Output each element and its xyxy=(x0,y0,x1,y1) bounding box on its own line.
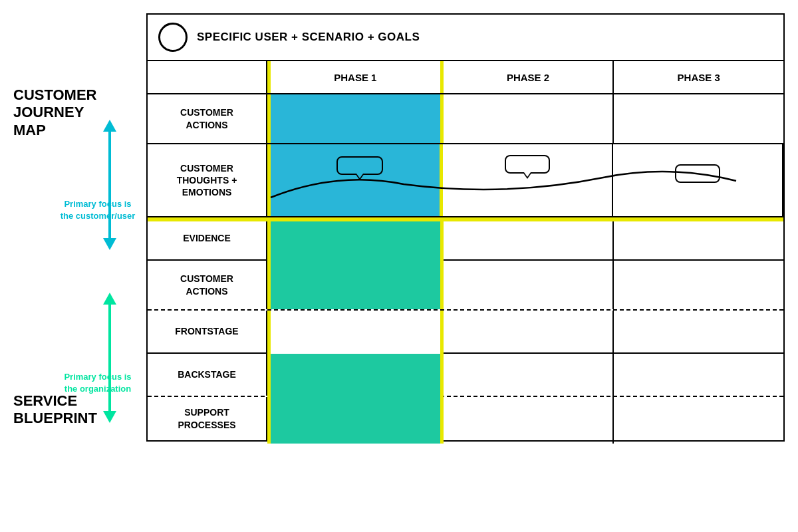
cell-ca2-phase2 xyxy=(444,261,614,309)
yellow-separator-line xyxy=(148,217,783,221)
cell-fs-phase1 xyxy=(267,311,444,357)
cell-ev-phase2 xyxy=(444,217,614,264)
row-evidence: EVIDENCE xyxy=(148,217,783,261)
cell-bs-phase1 xyxy=(267,354,444,400)
cell-ca-phase1 xyxy=(267,94,444,143)
phase3-header: PHASE 3 xyxy=(614,61,783,93)
cell-fs-phase3 xyxy=(614,311,783,357)
row-emotions: CUSTOMERTHOUGHTS +EMOTIONS .speech-bubbl… xyxy=(148,144,783,217)
org-focus-arrow xyxy=(103,293,116,423)
cell-ca2-phase3 xyxy=(614,261,783,309)
cell-em-phase3 xyxy=(613,144,783,216)
cell-sp-phase3 xyxy=(614,397,783,444)
header-title: SPECIFIC USER + SCENARIO + GOALS xyxy=(197,31,420,44)
phase-row-empty-label xyxy=(148,61,267,93)
header-row: SPECIFIC USER + SCENARIO + GOALS xyxy=(148,15,783,61)
phase-header-row: PHASE 1 PHASE 2 PHASE 3 xyxy=(148,61,783,94)
row-label-support: SUPPORTPROCESSES xyxy=(148,397,267,440)
row-customer-actions: CUSTOMERACTIONS xyxy=(148,94,783,144)
speech-bubble-2 xyxy=(505,155,550,174)
cell-ca2-phase1 xyxy=(267,261,444,309)
cell-ev-phase3 xyxy=(614,217,783,264)
cell-ca-phase3 xyxy=(614,94,783,143)
cell-ca-phase2 xyxy=(444,94,614,143)
cell-ev-phase1 xyxy=(267,217,444,264)
speech-bubble-3 xyxy=(675,164,720,183)
row-support: SUPPORTPROCESSES xyxy=(148,397,783,440)
focus-label-org: Primary focus isthe organization xyxy=(41,371,154,395)
row-label-customer-actions: CUSTOMERACTIONS xyxy=(148,94,267,143)
row-backstage: BACKSTAGE xyxy=(148,354,783,397)
header-user-cell: SPECIFIC USER + SCENARIO + GOALS xyxy=(148,16,783,59)
row-label-customer-actions2: CUSTOMERACTIONS xyxy=(148,261,267,309)
cell-bs-phase3 xyxy=(614,354,783,400)
speech-bubble-1 xyxy=(336,156,383,175)
customer-journey-label: CUSTOMERJOURNEYMAP xyxy=(13,86,97,139)
service-blueprint-label: SERVICEBLUEPRINT xyxy=(13,392,97,428)
row-frontstage: FRONTSTAGE xyxy=(148,311,783,354)
user-circle-icon xyxy=(158,23,188,52)
cell-em-phase1 xyxy=(267,144,443,216)
arrow-head-up xyxy=(103,120,116,132)
cell-sp-phase1 xyxy=(267,397,444,444)
left-labels: CUSTOMERJOURNEYMAP SERVICEBLUEPRINT Prim… xyxy=(13,13,146,519)
arrow-head-down-green xyxy=(103,411,116,423)
main-grid: SPECIFIC USER + SCENARIO + GOALS PHASE 1… xyxy=(146,13,785,442)
row-label-emotions: CUSTOMERTHOUGHTS +EMOTIONS xyxy=(148,144,267,216)
cell-fs-phase2 xyxy=(444,311,614,357)
arrow-head-down xyxy=(103,238,116,250)
row-label-evidence: EVIDENCE xyxy=(148,217,267,259)
row-customer-actions2: CUSTOMERACTIONS xyxy=(148,261,783,311)
focus-label-customer: Primary focus isthe customer/user xyxy=(41,198,154,222)
cell-em-phase2: .speech-bubble-white::before { border-to… xyxy=(443,144,613,216)
cell-sp-phase2 xyxy=(444,397,614,444)
row-label-backstage: BACKSTAGE xyxy=(148,354,267,396)
phase1-header: PHASE 1 xyxy=(267,61,444,93)
cell-bs-phase2 xyxy=(444,354,614,400)
arrows-area: Primary focus isthe customer/user Primar… xyxy=(93,100,133,432)
outer-container: CUSTOMERJOURNEYMAP SERVICEBLUEPRINT Prim… xyxy=(13,13,785,519)
arrow-head-up-green xyxy=(103,293,116,305)
phase2-header: PHASE 2 xyxy=(444,61,614,93)
row-label-frontstage: FRONTSTAGE xyxy=(148,311,267,352)
customer-focus-arrow xyxy=(103,120,116,250)
